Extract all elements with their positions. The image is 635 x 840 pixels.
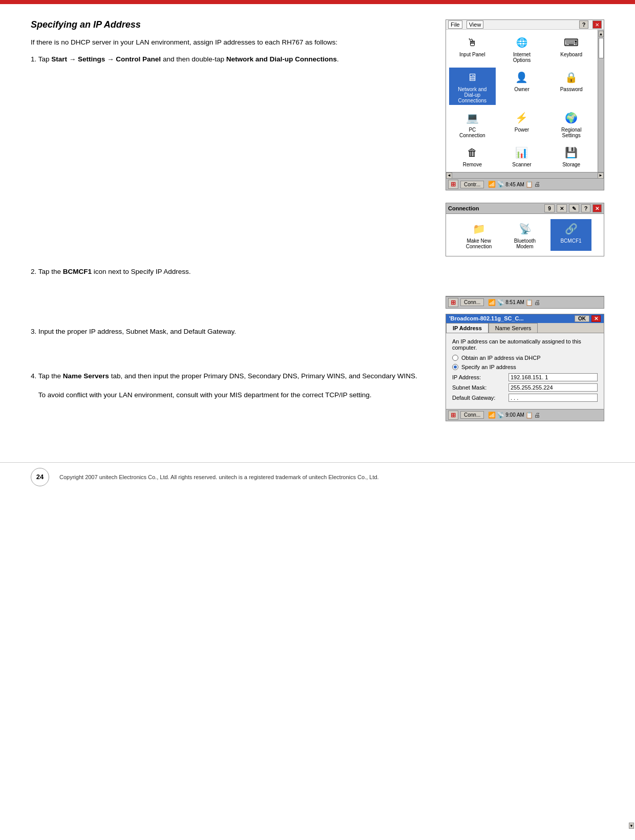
top-bar — [0, 0, 635, 4]
delete-btn[interactable]: ✕ — [557, 204, 567, 212]
scroll-right[interactable]: ► — [598, 173, 604, 179]
scanner-label: Scanner — [512, 162, 531, 167]
make-new-connection-icon: 📁 — [471, 221, 487, 237]
taskbar-conn-2[interactable]: Conn... — [460, 298, 484, 306]
make-new-connection-label: Make New Connection — [460, 238, 498, 249]
taskbar-conn-3[interactable]: Conn... — [460, 411, 484, 419]
storage-icon: 💾 — [563, 144, 580, 161]
owner-icon: 👤 — [514, 69, 530, 85]
tray-icon-2d: 🖨 — [534, 299, 540, 306]
internet-options-label: InternetOptions — [513, 52, 531, 63]
storage-label: Storage — [562, 162, 580, 167]
taskbar-right: 📶 📡 8:45 AM 📋 🖨 — [488, 181, 540, 188]
subnet-mask-input[interactable] — [509, 383, 598, 392]
icon-regional-settings[interactable]: 🌍 RegionalSettings — [548, 108, 595, 140]
icon-keyboard[interactable]: ⌨ Keyboard — [548, 33, 595, 64]
tray-icon-4: 🖨 — [534, 181, 540, 188]
bottom-left-col: 3. Input the proper IP address, Subnet M… — [31, 296, 430, 409]
connection-screenshot: Connection 9 ✕ ✎ ? ✕ 📁 Make New Connecti… — [446, 203, 604, 256]
taskbar-time-1: 8:45 AM — [505, 182, 524, 187]
scrollbar[interactable]: ▲ ▼ — [598, 30, 604, 172]
network-connections-label: Network andDial-upConnections — [458, 87, 486, 103]
scroll-left[interactable]: ◄ — [446, 173, 452, 179]
icon-network-connections[interactable]: 🖥 Network andDial-upConnections — [449, 68, 496, 105]
page-footer: 24 Copyright 2007 unitech Electronics Co… — [0, 462, 635, 491]
icon-owner[interactable]: 👤 Owner — [499, 68, 545, 105]
step-3: 3. Input the proper IP address, Subnet M… — [31, 327, 430, 337]
ip-address-dialog: 'Broadcom-802.11g_SC_C... OK ✕ IP Addres… — [446, 314, 604, 421]
taskbar-right-2: 📶 📡 8:51 AM 📋 🖨 — [488, 299, 540, 306]
input-panel-icon: 🖱 — [464, 34, 480, 51]
help-btn[interactable]: ? — [579, 20, 588, 29]
tab-ip-address[interactable]: IP Address — [446, 323, 489, 333]
tray-icon-2a: 📶 — [488, 299, 496, 306]
icon-storage[interactable]: 💾 Storage — [548, 143, 595, 169]
tray-icon-2c: 📋 — [525, 299, 533, 306]
section-title: Specifying an IP Address — [31, 19, 430, 30]
tab-name-servers[interactable]: Name Servers — [489, 323, 538, 333]
conn-help-btn[interactable]: ? — [581, 204, 590, 212]
icon-internet-options[interactable]: 🌐 InternetOptions — [499, 33, 545, 64]
tray-icon-3b: 📡 — [497, 412, 504, 419]
regional-settings-icon: 🌍 — [563, 110, 580, 126]
radio-specify-row[interactable]: Specify an IP address — [452, 364, 598, 370]
close-btn[interactable]: ✕ — [592, 20, 602, 29]
ip-close-btn[interactable]: ✕ — [591, 315, 601, 322]
taskbar-time-3: 9:00 AM — [505, 412, 524, 418]
taskbar-right-3: 📶 📡 9:00 AM 📋 🖨 — [488, 412, 540, 419]
connection-icon-grid: 📁 Make New Connection 📡 Bluetooth Modem … — [446, 214, 604, 256]
power-label: Power — [515, 127, 529, 133]
radio-specify[interactable] — [452, 364, 458, 370]
field-ip-address-row: IP Address: — [452, 373, 598, 381]
ip-address-input[interactable] — [509, 373, 598, 381]
icon-remove[interactable]: 🗑 Remove — [449, 143, 496, 169]
radio-dhcp-row[interactable]: Obtain an IP address via DHCP — [452, 355, 598, 361]
start-button-3[interactable]: ⊞ — [448, 411, 458, 420]
owner-label: Owner — [514, 87, 529, 92]
ip-dialog-body: An IP address can be automatically assig… — [446, 333, 604, 409]
ip-dialog-title: 'Broadcom-802.11g_SC_C... — [449, 315, 524, 321]
menu-file[interactable]: File — [448, 20, 462, 29]
field-subnet-mask-row: Subnet Mask: — [452, 383, 598, 392]
menu-view[interactable]: View — [467, 20, 484, 29]
icon-password[interactable]: 🔒 Password — [548, 68, 595, 105]
icon-input-panel[interactable]: 🖱 Input Panel — [449, 33, 496, 64]
h-scrollbar[interactable]: ◄ ► — [446, 172, 604, 178]
step-4: 4. Tap the Name Servers tab, and then in… — [31, 371, 430, 382]
taskbar-2: ⊞ Conn... 📶 📡 8:51 AM 📋 🖨 — [446, 296, 604, 308]
regional-settings-label: RegionalSettings — [561, 127, 581, 138]
conn-close-btn[interactable]: ✕ — [592, 204, 602, 212]
edit-btn[interactable]: ✎ — [569, 204, 579, 212]
input-panel-label: Input Panel — [459, 52, 485, 57]
tray-icon-1: 📶 — [488, 181, 496, 188]
scanner-icon: 📊 — [514, 144, 530, 161]
icon-bcmcf1[interactable]: 🔗 BCMCF1 — [551, 219, 591, 251]
intro-text: If there is no DHCP server in your LAN e… — [31, 37, 430, 48]
icon-power[interactable]: ⚡ Power — [499, 108, 545, 140]
icon-bluetooth-modem[interactable]: 📡 Bluetooth Modem — [504, 219, 545, 251]
internet-options-icon: 🌐 — [514, 34, 530, 51]
icon-grid-area: 🖱 Input Panel 🌐 InternetOptions ⌨ Keyboa… — [446, 30, 604, 172]
taskbar-contr[interactable]: Contr... — [460, 181, 484, 188]
default-gateway-input[interactable] — [509, 394, 598, 402]
taskbar-3: ⊞ Conn... 📶 📡 9:00 AM 📋 🖨 — [446, 409, 604, 421]
connection-titlebar: Connection 9 ✕ ✎ ? ✕ — [446, 203, 604, 214]
remove-icon: 🗑 — [464, 144, 480, 161]
bcmcf1-icon: 🔗 — [563, 221, 579, 237]
small-icon-1[interactable]: 9 — [544, 204, 555, 212]
start-button-2[interactable]: ⊞ — [448, 298, 458, 307]
copyright: Copyright 2007 unitech Electronics Co., … — [59, 474, 379, 480]
pc-connection-icon: 💻 — [464, 110, 480, 126]
icon-pc-connection[interactable]: 💻 PCConnection — [449, 108, 496, 140]
tray-icon-3d: 🖨 — [534, 412, 540, 419]
keyboard-label: Keyboard — [560, 52, 582, 57]
icon-scanner[interactable]: 📊 Scanner — [499, 143, 545, 169]
control-panel-screenshot: File View ? ✕ 🖱 Input Panel 🌐 — [446, 19, 604, 190]
ok-button[interactable]: OK — [575, 315, 589, 322]
page-number: 24 — [31, 468, 49, 486]
tray-icon-2: 📡 — [497, 181, 504, 188]
radio-dhcp[interactable] — [452, 355, 458, 361]
icon-make-new-connection[interactable]: 📁 Make New Connection — [458, 219, 499, 251]
start-button[interactable]: ⊞ — [448, 180, 458, 189]
step-1: 1. Tap Start → Settings → Control Panel … — [31, 54, 430, 65]
